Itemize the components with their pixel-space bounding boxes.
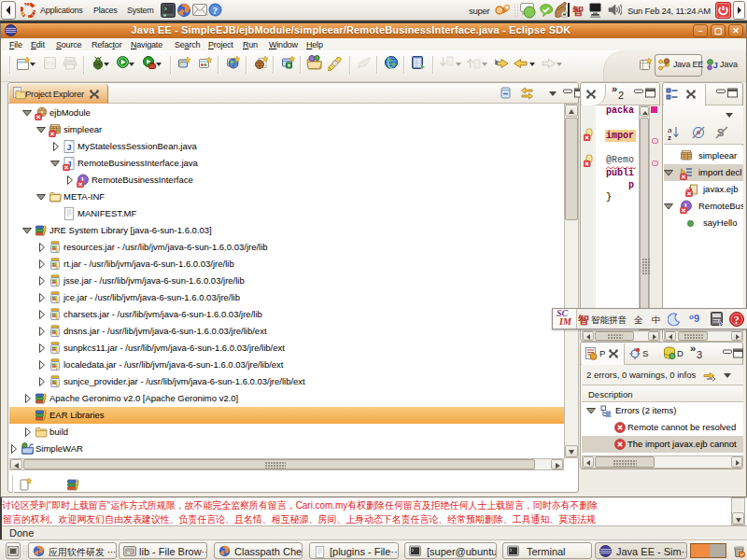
svg-text:?: ? [734,314,740,327]
svg-text:?: ? [212,5,218,16]
svg-text:z: z [668,133,671,141]
svg-text:J: J [713,60,718,70]
